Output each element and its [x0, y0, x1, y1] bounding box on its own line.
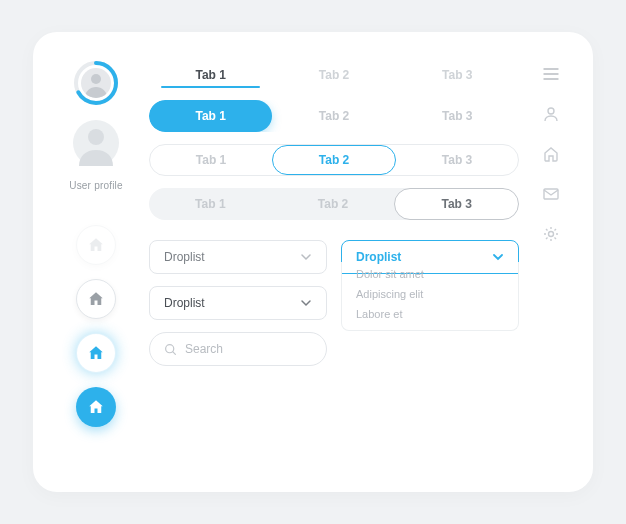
- svg-point-3: [88, 129, 104, 145]
- tab-line-item-3[interactable]: Tab 3: [396, 68, 519, 88]
- droplist-option[interactable]: Adipiscing elit: [356, 288, 504, 300]
- tab-line-item-1[interactable]: Tab 1: [149, 68, 272, 88]
- droplist-option[interactable]: Dolor sit amet: [356, 268, 504, 280]
- pill-row-fill: Tab 1 Tab 2 Tab 3: [149, 100, 519, 132]
- droplist-light[interactable]: Droplist: [149, 240, 327, 274]
- home-button-outline[interactable]: [76, 279, 116, 319]
- droplist-default-label: Droplist: [164, 296, 205, 310]
- search-placeholder: Search: [185, 342, 223, 356]
- svg-point-7: [549, 232, 554, 237]
- ui-kit-card: User profile Tab 1 Tab 2 Tab 3: [33, 32, 593, 492]
- pill-row-outline-blue: Tab 1 Tab 2 Tab 3: [149, 144, 519, 176]
- tab-line-item-2[interactable]: Tab 2: [272, 68, 395, 88]
- search-input[interactable]: Search: [149, 332, 327, 366]
- avatar-progress[interactable]: [73, 60, 119, 106]
- home-icon[interactable]: [541, 144, 561, 164]
- pill-ob-2[interactable]: Tab 2: [272, 145, 396, 175]
- droplist-default[interactable]: Droplist: [149, 286, 327, 320]
- menu-icon[interactable]: [541, 64, 561, 84]
- user-icon[interactable]: [541, 104, 561, 124]
- droplist-options: Dolor sit amet Adipiscing elit Labore et: [341, 262, 519, 331]
- svg-point-5: [548, 108, 554, 114]
- main-column: Tab 1 Tab 2 Tab 3 Tab 1 Tab 2 Tab 3 Tab …: [149, 60, 519, 468]
- search-icon: [164, 343, 177, 356]
- droplist-area: Droplist Droplist Search: [149, 240, 519, 366]
- pill-ob-1[interactable]: Tab 1: [150, 145, 272, 175]
- pill-og-1[interactable]: Tab 1: [149, 188, 272, 220]
- droplist-light-label: Droplist: [164, 250, 205, 264]
- chevron-down-icon: [300, 251, 312, 263]
- icon-rail: [533, 60, 569, 468]
- pill-og-2[interactable]: Tab 2: [272, 188, 395, 220]
- profile-label: User profile: [69, 180, 123, 191]
- chevron-down-icon: [300, 297, 312, 309]
- pill-row-outline-grey: Tab 1 Tab 2 Tab 3: [149, 188, 519, 220]
- home-button-primary[interactable]: [76, 387, 116, 427]
- home-button-active[interactable]: [76, 333, 116, 373]
- pill-fill-1[interactable]: Tab 1: [149, 100, 272, 132]
- droplist-option[interactable]: Labore et: [356, 308, 504, 320]
- pill-ob-3[interactable]: Tab 3: [396, 145, 518, 175]
- pill-fill-2[interactable]: Tab 2: [272, 100, 395, 132]
- avatar-progress-arc: [73, 60, 119, 106]
- svg-rect-6: [544, 189, 558, 199]
- sidebar: User profile: [57, 60, 135, 468]
- home-button-disabled: [76, 225, 116, 265]
- mail-icon[interactable]: [541, 184, 561, 204]
- settings-icon[interactable]: [541, 224, 561, 244]
- tab-line: Tab 1 Tab 2 Tab 3: [149, 60, 519, 88]
- pill-fill-3[interactable]: Tab 3: [396, 100, 519, 132]
- pill-og-3[interactable]: Tab 3: [394, 188, 519, 220]
- avatar-placeholder[interactable]: [73, 120, 119, 166]
